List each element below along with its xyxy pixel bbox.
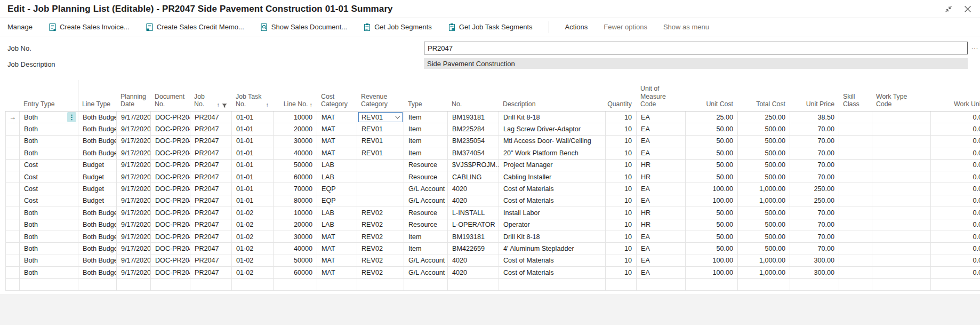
cell-no[interactable]: 4020 (448, 267, 499, 278)
cell-quantity[interactable]: 10 (606, 255, 637, 266)
cell-quantity[interactable]: 10 (606, 112, 637, 123)
cell-planning_date[interactable]: 9/17/2020 (117, 231, 151, 242)
cell-document_no[interactable]: DOC-PR2047 (151, 147, 190, 158)
cell-cost_category[interactable]: LAB (317, 207, 357, 218)
cell-unit_price[interactable]: 70.00 (790, 231, 839, 242)
cell-line_type[interactable]: Both Budge... (78, 123, 117, 134)
cell-work_units[interactable]: 0.00 (931, 243, 980, 254)
table-row[interactable]: CostBudget9/17/2020DOC-PR2047PR204701-01… (5, 183, 980, 195)
cell-description[interactable]: Drill Kit 8-18 (499, 231, 606, 242)
cell-no[interactable]: L-OPERATOR (448, 219, 499, 231)
manage-menu-item[interactable]: Manage (7, 23, 33, 31)
table-row[interactable]: BothBoth Budge...9/17/2020DOC-PR2047PR20… (5, 255, 980, 267)
cell-revenue_category[interactable]: REV02 (357, 207, 404, 218)
cell-no[interactable]: 4020 (448, 195, 499, 207)
cell-job_no[interactable]: PR2047 (190, 255, 232, 266)
cell-line_no[interactable]: 40000 (274, 243, 317, 254)
cell-unit_cost[interactable]: 25.00 (686, 112, 738, 123)
cell-skill_class[interactable] (839, 195, 872, 207)
cell-unit_price[interactable]: 70.00 (790, 123, 839, 134)
cell-unit_price[interactable]: 38.50 (790, 112, 839, 123)
cell-document_no[interactable]: DOC-PR2047 (151, 123, 190, 134)
cell-skill_class[interactable] (839, 147, 872, 158)
cell-description[interactable]: Install Labor (499, 207, 606, 218)
cell-revenue_category[interactable]: REV02 (357, 231, 404, 242)
cell-total_cost[interactable]: 250.00 (738, 112, 790, 123)
cell-line_no[interactable] (274, 279, 317, 290)
cell-job_task_no[interactable]: 01-01 (232, 183, 274, 194)
cell-skill_class[interactable] (839, 160, 872, 171)
cell-job_no[interactable]: PR2047 (190, 207, 232, 218)
cell-work_units[interactable]: 0.00 (931, 267, 980, 278)
cell-planning_date[interactable]: 9/17/2020 (117, 255, 151, 266)
cell-unit_price[interactable]: 70.00 (790, 207, 839, 218)
cell-entry_type[interactable]: Both⋮ (20, 112, 78, 123)
cell-document_no[interactable]: DOC-PR2047 (151, 195, 190, 207)
cell-job_task_no[interactable]: 01-02 (232, 207, 274, 218)
cell-line_type[interactable]: Both Budge... (78, 219, 117, 231)
cell-uom[interactable]: HR (637, 160, 686, 171)
cell-type[interactable]: Item (404, 136, 448, 147)
cell-unit_price[interactable]: 70.00 (790, 160, 839, 171)
cell-type[interactable]: Item (404, 123, 448, 134)
cell-work_units[interactable]: 0.00 (931, 136, 980, 147)
cell-cost_category[interactable]: MAT (317, 231, 357, 242)
column-header-revenue_category[interactable]: Revenue Category (357, 80, 404, 111)
cell-job_task_no[interactable]: 01-01 (232, 147, 274, 158)
cell-document_no[interactable]: DOC-PR2047 (151, 267, 190, 278)
table-row[interactable]: BothBoth Budge...9/17/2020DOC-PR2047PR20… (5, 207, 980, 219)
cell-planning_date[interactable]: 9/17/2020 (117, 195, 151, 207)
cell-unit_cost[interactable]: 50.00 (686, 171, 738, 183)
cell-revenue_category[interactable] (357, 171, 404, 183)
cell-no[interactable]: BM422659 (448, 243, 499, 254)
cell-job_no[interactable]: PR2047 (190, 231, 232, 242)
revenue-category-combobox[interactable]: REV01 (358, 112, 403, 122)
cell-line_no[interactable]: 50000 (274, 160, 317, 171)
cell-skill_class[interactable] (839, 231, 872, 242)
cell-document_no[interactable]: DOC-PR2047 (151, 231, 190, 242)
cell-total_cost[interactable]: 500.00 (738, 136, 790, 147)
get-job-segments-button[interactable]: Get Job Segments (363, 23, 432, 31)
cell-cost_category[interactable]: MAT (317, 147, 357, 158)
cell-work_type_code[interactable] (872, 123, 931, 134)
cell-work_type_code[interactable] (872, 160, 931, 171)
cell-description[interactable]: Drill Kit 8-18 (499, 112, 606, 123)
cell-planning_date[interactable]: 9/17/2020 (117, 267, 151, 278)
cell-quantity[interactable]: 10 (606, 123, 637, 134)
cell-planning_date[interactable]: 9/17/2020 (117, 123, 151, 134)
cell-type[interactable]: Resource (404, 219, 448, 231)
cell-document_no[interactable]: DOC-PR2047 (151, 219, 190, 231)
cell-entry_type[interactable]: Both (20, 123, 78, 134)
cell-work_type_code[interactable] (872, 183, 931, 194)
cell-quantity[interactable]: 10 (606, 207, 637, 218)
cell-job_no[interactable]: PR2047 (190, 243, 232, 254)
assist-edit-button[interactable]: ... (971, 43, 978, 51)
cell-quantity[interactable]: 10 (606, 136, 637, 147)
cell-work_units[interactable]: 0.00 (931, 255, 980, 266)
table-row[interactable]: CostBudget9/17/2020DOC-PR2047PR204701-01… (5, 171, 980, 183)
cell-revenue_category[interactable]: REV01 (357, 112, 404, 123)
cell-entry_type[interactable] (20, 279, 78, 290)
cell-unit_cost[interactable] (686, 279, 738, 290)
cell-cost_category[interactable]: EQP (317, 183, 357, 194)
cell-no[interactable]: $VJS$PROJM... (448, 160, 499, 171)
cell-unit_cost[interactable]: 50.00 (686, 136, 738, 147)
cell-total_cost[interactable]: 500.00 (738, 147, 790, 158)
cell-uom[interactable]: EA (637, 195, 686, 207)
cell-entry_type[interactable]: Cost (20, 195, 78, 207)
cell-no[interactable]: 4020 (448, 183, 499, 194)
cell-line_type[interactable]: Budget (78, 160, 117, 171)
cell-revenue_category[interactable]: REV01 (357, 136, 404, 147)
cell-revenue_category[interactable] (357, 195, 404, 207)
cell-job_no[interactable]: PR2047 (190, 147, 232, 158)
cell-unit_price[interactable]: 70.00 (790, 219, 839, 231)
cell-entry_type[interactable]: Both (20, 147, 78, 158)
cell-line_type[interactable]: Budget (78, 195, 117, 207)
cell-description[interactable]: 20" Work Platform Bench (499, 147, 606, 158)
cell-cost_category[interactable]: LAB (317, 219, 357, 231)
cell-line_no[interactable]: 20000 (274, 123, 317, 134)
cell-no[interactable]: BM225284 (448, 123, 499, 134)
column-header-total_cost[interactable]: Total Cost (737, 80, 790, 111)
cell-revenue_category[interactable]: REV02 (357, 243, 404, 254)
cell-line_type[interactable]: Both Budge... (78, 147, 117, 158)
